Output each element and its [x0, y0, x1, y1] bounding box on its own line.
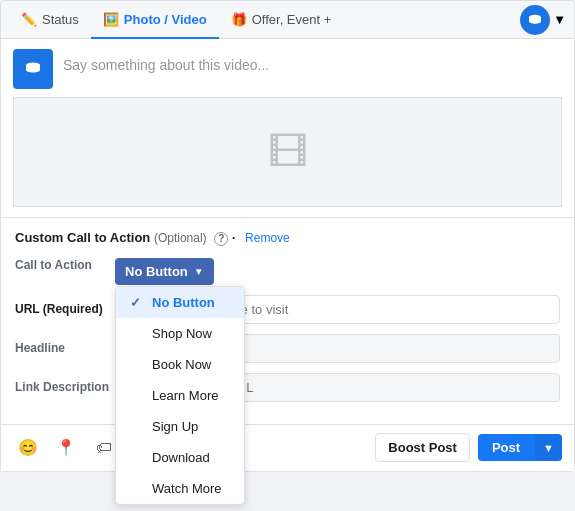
cta-dot: ·	[232, 230, 236, 245]
film-icon: 🎞	[268, 130, 308, 175]
no-button-dropdown[interactable]: No Button ▼	[115, 258, 214, 285]
dropdown-label-no-button: No Button	[152, 295, 215, 310]
tab-offer-event-label: Offer, Event +	[252, 12, 332, 27]
dropdown-label-watch-more: Watch More	[152, 481, 222, 496]
location-icon-button[interactable]: 📍	[51, 433, 81, 463]
tab-status-label: Status	[42, 12, 79, 27]
cta-optional-label: (Optional)	[154, 231, 207, 245]
dropdown-label-download: Download	[152, 450, 210, 465]
cta-header: Custom Call to Action (Optional) ? · Rem…	[15, 230, 560, 246]
cta-header-title: Custom Call to Action	[15, 230, 150, 245]
tab-photo-video-label: Photo / Video	[124, 12, 207, 27]
tab-status[interactable]: ✏️ Status	[9, 1, 91, 39]
cta-remove-link[interactable]: Remove	[245, 231, 290, 245]
stack-icon	[526, 11, 544, 29]
cta-section: Custom Call to Action (Optional) ? · Rem…	[1, 218, 574, 425]
profile-icon-button[interactable]	[520, 5, 550, 35]
dropdown-label-shop-now: Shop Now	[152, 326, 212, 341]
dropdown-item-shop-now[interactable]: Shop Now	[116, 318, 244, 349]
tab-photo-video[interactable]: 🖼️ Photo / Video	[91, 1, 219, 39]
profile-chevron-icon[interactable]: ▼	[553, 12, 566, 27]
photo-video-icon: 🖼️	[103, 11, 119, 27]
dropdown-arrow-icon: ▼	[194, 266, 204, 277]
dropdown-item-learn-more[interactable]: Learn More	[116, 380, 244, 411]
cta-help-button[interactable]: ?	[214, 232, 228, 246]
dropdown-item-download[interactable]: Download	[116, 442, 244, 473]
dropdown-menu: ✓ No Button Shop Now Book Now Learn More	[115, 286, 245, 505]
tab-offer-event[interactable]: 🎁 Offer, Event +	[219, 1, 344, 39]
call-to-action-row: Call to Action No Button ▼ ✓ No Button S…	[15, 258, 560, 285]
dropdown-label-sign-up: Sign Up	[152, 419, 198, 434]
avatar-icon	[21, 57, 45, 81]
dropdown-selected-label: No Button	[125, 264, 188, 279]
status-icon: ✏️	[21, 11, 37, 27]
post-composer-card: ✏️ Status 🖼️ Photo / Video 🎁 Offer, Even…	[0, 0, 575, 472]
post-button-group: Post ▼	[478, 434, 562, 461]
boost-post-button[interactable]: Boost Post	[375, 433, 470, 462]
url-label: URL (Required)	[15, 302, 115, 316]
dropdown-item-book-now[interactable]: Book Now	[116, 349, 244, 380]
composer-area: Say something about this video... 🎞	[1, 39, 574, 218]
dropdown-item-no-button[interactable]: ✓ No Button	[116, 287, 244, 318]
checkmark-icon: ✓	[130, 295, 144, 310]
call-to-action-label: Call to Action	[15, 258, 115, 272]
dropdown-label-book-now: Book Now	[152, 357, 211, 372]
emoji-icon-button[interactable]: 😊	[13, 433, 43, 463]
tab-bar: ✏️ Status 🖼️ Photo / Video 🎁 Offer, Even…	[1, 1, 574, 39]
profile-tab-group: ▼	[520, 5, 566, 35]
dropdown-item-watch-more[interactable]: Watch More	[116, 473, 244, 504]
link-description-row: Link Description	[15, 373, 560, 402]
headline-row: Headline	[15, 334, 560, 363]
avatar	[13, 49, 53, 89]
action-bar: 😊 📍 🏷 Boost Post Post ▼	[1, 425, 574, 471]
headline-label: Headline	[15, 341, 115, 355]
video-thumbnail-area: 🎞	[13, 97, 562, 207]
dropdown-label-learn-more: Learn More	[152, 388, 218, 403]
link-description-label: Link Description	[15, 380, 115, 394]
composer-placeholder-text[interactable]: Say something about this video...	[63, 49, 562, 81]
post-button-dropdown[interactable]: ▼	[534, 434, 562, 461]
offer-event-icon: 🎁	[231, 11, 247, 27]
post-button[interactable]: Post	[478, 434, 534, 461]
url-row: URL (Required)	[15, 295, 560, 324]
post-arrow-icon: ▼	[543, 442, 554, 454]
dropdown-item-sign-up[interactable]: Sign Up	[116, 411, 244, 442]
